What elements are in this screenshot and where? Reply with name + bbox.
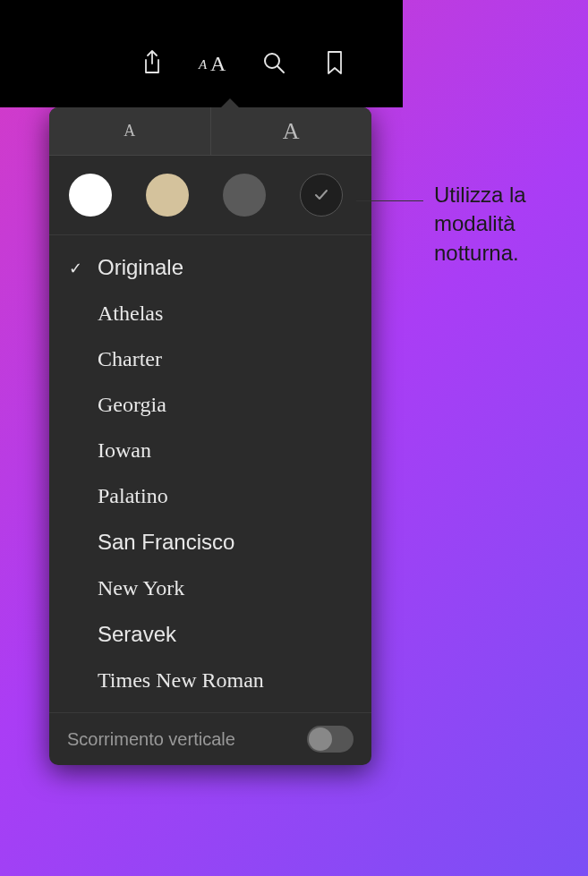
share-icon[interactable] xyxy=(134,45,170,81)
svg-text:A: A xyxy=(198,57,208,72)
font-list: OriginaleAthelasCharterGeorgiaIowanPalat… xyxy=(49,235,371,712)
callout-text: Utilizza la modalità notturna. xyxy=(434,181,588,268)
vertical-scroll-row: Scorrimento verticale xyxy=(49,712,371,765)
svg-line-3 xyxy=(277,66,284,72)
callout-line xyxy=(356,200,423,201)
bookmark-icon[interactable] xyxy=(317,45,353,81)
vertical-scroll-toggle[interactable] xyxy=(307,726,354,753)
font-item-new-york[interactable]: New York xyxy=(49,566,371,611)
appearance-popup: A A OriginaleAthelasCharterGeorgiaIowanP… xyxy=(49,107,371,765)
font-item-originale[interactable]: Originale xyxy=(49,244,371,291)
font-item-iowan[interactable]: Iowan xyxy=(49,428,371,473)
font-item-seravek[interactable]: Seravek xyxy=(49,611,371,658)
font-item-athelas[interactable]: Athelas xyxy=(49,291,371,336)
theme-sepia-button[interactable] xyxy=(146,174,189,217)
search-icon[interactable] xyxy=(256,45,292,81)
font-size-row: A A xyxy=(49,107,371,156)
font-size-decrease-button[interactable]: A xyxy=(49,107,211,155)
toolbar: A A xyxy=(134,45,353,81)
theme-gray-button[interactable] xyxy=(223,174,266,217)
theme-white-button[interactable] xyxy=(69,174,112,217)
appearance-icon[interactable]: A A xyxy=(195,45,231,81)
theme-night-button[interactable] xyxy=(300,174,343,217)
theme-row xyxy=(49,156,371,235)
font-size-increase-button[interactable]: A xyxy=(211,107,372,155)
font-item-palatino[interactable]: Palatino xyxy=(49,473,371,519)
font-item-georgia[interactable]: Georgia xyxy=(49,382,371,428)
font-item-charter[interactable]: Charter xyxy=(49,336,371,382)
font-item-san-francisco[interactable]: San Francisco xyxy=(49,519,371,566)
svg-text:A: A xyxy=(210,52,226,74)
vertical-scroll-label: Scorrimento verticale xyxy=(67,729,235,750)
font-item-times-new-roman[interactable]: Times New Roman xyxy=(49,658,371,703)
